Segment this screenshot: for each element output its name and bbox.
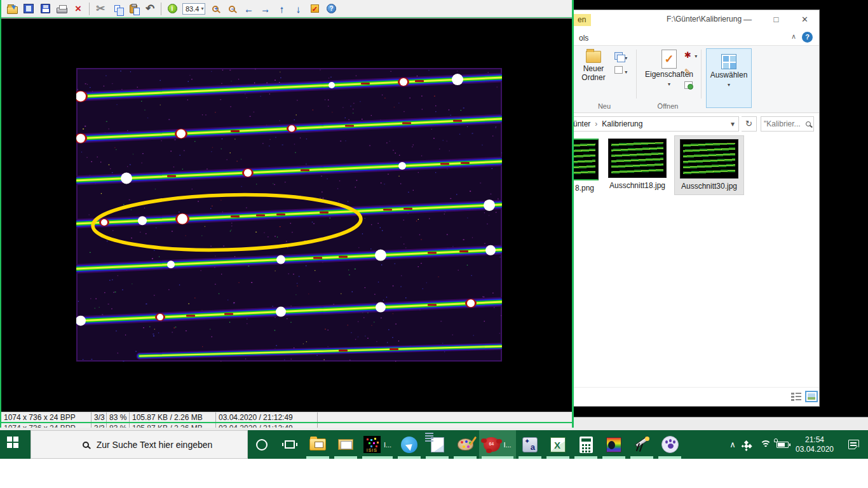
print-button[interactable] xyxy=(53,1,70,17)
telescope-app-icon-button[interactable] xyxy=(628,430,656,459)
zoom-select[interactable]: 83.4▾ xyxy=(182,3,205,15)
delete-button[interactable]: × xyxy=(70,1,86,17)
select-button[interactable]: Auswählen▾ xyxy=(706,48,752,108)
ribbon: Neuer Ordner ▾ ▾ Neu ✓ Eigenschaften▾ ✱ … xyxy=(560,46,819,113)
paste-icon xyxy=(130,4,137,13)
paw-app-icon-button[interactable] xyxy=(656,430,684,459)
file-item[interactable]: Ausschnitt30.jpg xyxy=(674,135,744,195)
notepad-icon xyxy=(431,437,444,452)
start-button[interactable] xyxy=(0,430,31,459)
file-thumbnail[interactable] xyxy=(680,139,738,179)
excel-icon xyxy=(550,437,566,452)
breadcrumb-current-folder[interactable]: Kalibrierung xyxy=(602,119,642,128)
zoom-out-button[interactable]: − xyxy=(224,1,240,17)
copy-path-button[interactable]: ▾ xyxy=(614,52,627,62)
cortana-button[interactable] xyxy=(248,430,276,459)
file-list: 8.pngAusschnitt18.jpgAusschnitt30.jpg xyxy=(560,135,819,387)
status-segment-empty xyxy=(318,423,572,428)
prev-image-button[interactable]: ← xyxy=(240,1,257,17)
new-item-button[interactable]: ▾ xyxy=(614,66,627,76)
paint-icon xyxy=(458,438,473,451)
address-dropdown-icon[interactable]: ▾ xyxy=(731,119,735,128)
first-image-button[interactable]: ↑ xyxy=(273,1,290,17)
file-item[interactable]: Ausschnitt18.jpg xyxy=(606,139,669,190)
help-button[interactable]: ? xyxy=(323,1,339,17)
checkbox-icon: ✓ xyxy=(311,4,319,13)
taskbar: Zur Suche Text hier eingeben ISISI...64I… xyxy=(0,430,868,459)
thumbnails-button[interactable] xyxy=(20,1,37,17)
windows-logo-icon xyxy=(7,437,12,442)
irfanview-icon: 64 xyxy=(484,437,500,452)
taskbar-search-box[interactable]: Zur Suche Text hier eingeben xyxy=(31,430,248,459)
edit-button[interactable]: ✎ xyxy=(684,67,693,76)
zoom-in-button[interactable]: + xyxy=(207,1,224,17)
thumbnails-view-button[interactable] xyxy=(805,391,818,402)
ribbon-collapse-icon[interactable]: ∧ xyxy=(791,32,796,41)
file-explorer-icon-button[interactable] xyxy=(304,430,332,459)
chevron-down-icon[interactable]: ▾ xyxy=(201,6,203,11)
wifi-tray-icon[interactable] xyxy=(757,430,774,459)
details-view-button[interactable] xyxy=(790,391,803,402)
history-button[interactable] xyxy=(684,81,693,91)
image-viewer-window: ×✂↶i83.4▾+−←→↑↓✓? 1074 x 736 x 24 BPP3/3… xyxy=(0,0,574,428)
last-image-button[interactable]: ↓ xyxy=(290,1,306,17)
status-segment: 83 % xyxy=(107,412,130,422)
toolbar-separator xyxy=(89,3,90,15)
screen: en F:\Günter\Kalibrierung — □ ✕ ols ∧ ? … xyxy=(0,0,868,488)
properties-icon: ✓ xyxy=(661,50,677,69)
fits-app-icon-button[interactable] xyxy=(516,430,544,459)
open-button[interactable] xyxy=(4,1,20,17)
telescope-app-icon xyxy=(634,437,650,452)
ribbon-tab[interactable]: ols xyxy=(574,32,593,44)
excel-icon-button[interactable] xyxy=(544,430,572,459)
breadcrumb-folder[interactable]: ünter xyxy=(573,119,590,128)
group-label-open: Öffnen xyxy=(642,102,693,110)
open-with-button[interactable]: ✱ ▾ xyxy=(684,51,697,60)
spectrum-app-icon-button[interactable] xyxy=(600,430,628,459)
next-image-button[interactable]: → xyxy=(257,1,273,17)
info-button[interactable]: i xyxy=(164,1,180,17)
refresh-button[interactable]: ↻ xyxy=(742,116,757,132)
zoom-out-icon: − xyxy=(229,6,235,12)
explorer-title-bar[interactable]: en F:\Günter\Kalibrierung — □ ✕ xyxy=(560,10,819,29)
select-label: Auswählen xyxy=(710,71,748,79)
arrow-down-icon: ↓ xyxy=(296,3,301,14)
new-folder-label: Neuer Ordner xyxy=(575,65,612,83)
file-thumbnail[interactable] xyxy=(608,139,667,178)
close-button[interactable]: ✕ xyxy=(790,10,819,29)
task-view-button[interactable] xyxy=(276,430,304,459)
isis-app-icon-button[interactable]: ISISI... xyxy=(360,430,395,459)
save-button[interactable] xyxy=(37,1,53,17)
battery-tray-icon[interactable] xyxy=(774,430,790,459)
explorer-help-icon[interactable]: ? xyxy=(802,32,813,43)
notepad-icon-button[interactable] xyxy=(423,430,451,459)
maximize-button[interactable]: □ xyxy=(762,10,790,29)
calculator-icon-button[interactable] xyxy=(572,430,600,459)
minimize-button[interactable]: — xyxy=(733,10,762,29)
tray-expand-button[interactable]: ∧ xyxy=(724,430,741,459)
mail-app-icon xyxy=(338,439,353,450)
viewer-canvas xyxy=(1,18,572,412)
taskbar-clock[interactable]: 21:54 03.04.2020 xyxy=(790,430,839,459)
breadcrumb[interactable]: ünter › Kalibrierung ▾ xyxy=(569,116,739,132)
paint-icon-button[interactable] xyxy=(451,430,479,459)
toolbar-separator xyxy=(161,3,161,15)
ribbon-tab-bar: ols ∧ ? xyxy=(560,29,819,46)
arrow-left-icon: ← xyxy=(244,3,254,14)
copy-button[interactable] xyxy=(109,1,125,17)
status-segment: 03.04.2020 / 21:12:49 xyxy=(216,423,318,428)
new-folder-button[interactable]: Neuer Ordner xyxy=(575,51,612,83)
jpg-operations-button[interactable]: ✓ xyxy=(306,1,323,17)
undo-button[interactable]: ↶ xyxy=(142,1,158,17)
irfanview-icon-button[interactable]: 64I... xyxy=(479,430,516,459)
action-center-button[interactable] xyxy=(839,430,868,459)
taskbar-button-label: I... xyxy=(384,441,391,449)
arrow-up-icon: ↑ xyxy=(280,3,285,14)
paste-button[interactable] xyxy=(125,1,142,17)
mail-app-icon-button[interactable] xyxy=(332,430,360,459)
cut-button[interactable]: ✂ xyxy=(92,1,109,17)
dropbox-tray-icon[interactable] xyxy=(741,430,757,459)
capture-app-icon-button[interactable] xyxy=(395,430,423,459)
file-thumbnail[interactable] xyxy=(571,139,599,180)
explorer-search-box[interactable]: "Kalibrier... xyxy=(761,116,814,132)
